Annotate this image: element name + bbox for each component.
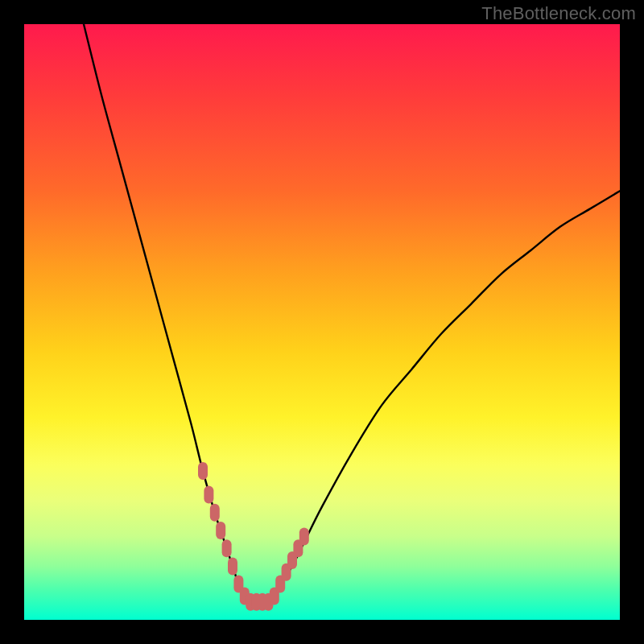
bottleneck-curve xyxy=(84,24,620,602)
highlight-marker xyxy=(216,522,225,539)
curve-layer xyxy=(24,24,620,620)
highlight-markers xyxy=(198,462,309,611)
highlight-marker xyxy=(210,504,220,522)
watermark-text: TheBottleneck.com xyxy=(481,3,636,24)
highlight-marker xyxy=(299,527,309,545)
highlight-marker xyxy=(198,462,208,480)
highlight-marker xyxy=(222,539,232,557)
highlight-marker xyxy=(228,557,237,575)
highlight-marker xyxy=(204,486,213,504)
chart-stage: TheBottleneck.com xyxy=(0,0,644,644)
plot-area xyxy=(24,24,620,620)
bottleneck-curve-path xyxy=(84,24,620,602)
